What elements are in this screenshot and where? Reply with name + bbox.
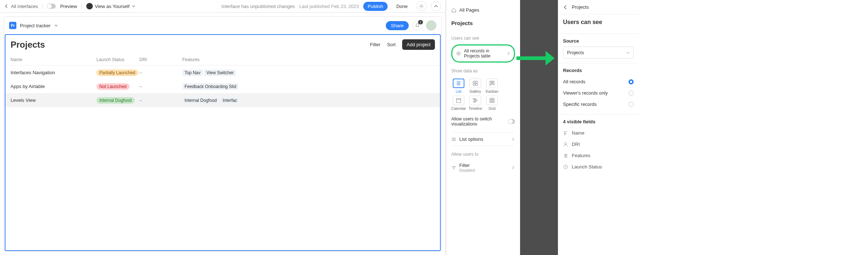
settings-button[interactable] bbox=[416, 1, 427, 11]
preview-toggle[interactable] bbox=[47, 4, 56, 9]
field-row[interactable]: Launch Status bbox=[563, 161, 634, 172]
source-label: Source bbox=[563, 38, 634, 47]
cell-features: Internal DogfoodInterfac bbox=[182, 97, 435, 103]
add-project-button[interactable]: Add project bbox=[402, 39, 435, 50]
svg-rect-2 bbox=[473, 81, 475, 83]
feature-tag: Feedback Onboarding Slid bbox=[182, 83, 238, 90]
records-source-row[interactable]: All records in Projects table bbox=[451, 44, 515, 63]
detail-title-section: Users can see bbox=[558, 15, 639, 34]
table-row[interactable]: Interfaces Navigation Partially Launched… bbox=[5, 65, 440, 79]
record-option[interactable]: Viewer's records only bbox=[563, 87, 634, 99]
content-actions: Filter Sort Add project bbox=[370, 39, 435, 50]
viz-timeline[interactable]: Timeline bbox=[468, 96, 483, 111]
svg-rect-9 bbox=[456, 99, 461, 103]
feature-tag: Interfac bbox=[221, 97, 239, 104]
viz-list[interactable]: List bbox=[451, 79, 466, 93]
viz-gallery[interactable]: Gallery bbox=[468, 79, 483, 93]
calendar-icon bbox=[453, 96, 464, 105]
filter-label: Filter bbox=[459, 163, 475, 168]
chevron-down-icon bbox=[626, 51, 630, 55]
share-button[interactable]: Share bbox=[386, 21, 409, 30]
app-name[interactable]: Project tracker bbox=[20, 23, 51, 28]
col-name[interactable]: Name bbox=[11, 57, 96, 62]
table-row[interactable]: Levels View Internal Dogfood – Internal … bbox=[5, 93, 440, 107]
list-icon bbox=[563, 153, 568, 158]
chevron-right-icon bbox=[507, 52, 510, 55]
feature-tag: Internal Dogfood bbox=[182, 97, 219, 104]
visualization-grid: ListGalleryKanbanCalendarTimelineGrid bbox=[451, 77, 515, 111]
top-bar-right: Interface has unpublished changes Last p… bbox=[222, 1, 441, 11]
notifications-button[interactable]: 2 bbox=[412, 20, 423, 31]
content-header: Projects Filter Sort Add project bbox=[5, 35, 440, 54]
done-button[interactable]: Done bbox=[392, 2, 412, 11]
chevron-right-icon bbox=[511, 138, 515, 141]
allow-switch-toggle[interactable] bbox=[508, 119, 515, 124]
filter-icon bbox=[451, 165, 456, 170]
all-pages-label: All Pages bbox=[459, 7, 479, 13]
config-panel: All Pages Projects Users can see All rec… bbox=[446, 0, 520, 255]
detail-header[interactable]: Projects bbox=[558, 0, 639, 15]
source-select[interactable]: Projects bbox=[563, 47, 634, 59]
cell-status: Partially Launched bbox=[96, 70, 139, 75]
svg-rect-3 bbox=[476, 81, 477, 83]
record-option-label: Viewer's records only bbox=[563, 90, 608, 96]
field-row[interactable]: Features bbox=[563, 150, 634, 161]
app-icon: Pr bbox=[9, 22, 16, 29]
all-pages-link[interactable]: All Pages bbox=[451, 5, 515, 15]
record-option[interactable]: All records bbox=[563, 76, 634, 87]
avatar-icon bbox=[86, 3, 93, 9]
text-icon: A bbox=[563, 131, 568, 136]
list-icon bbox=[451, 137, 456, 142]
view-as-dropdown[interactable]: View as Yourself bbox=[86, 3, 135, 9]
table-row[interactable]: Apps by Airtable Not Launched – Feedback… bbox=[5, 79, 440, 93]
field-row[interactable]: DRI bbox=[563, 139, 634, 150]
status-pill: Not Launched bbox=[96, 83, 130, 90]
allow-switch-row: Allow users to switch visualizations bbox=[451, 114, 515, 129]
viz-label: Kanban bbox=[486, 89, 498, 93]
viz-label: Gallery bbox=[469, 89, 481, 93]
cell-name: Apps by Airtable bbox=[11, 84, 96, 89]
all-interfaces-link[interactable]: All interfaces bbox=[4, 4, 38, 9]
page-title: Projects bbox=[11, 40, 45, 50]
cell-name: Interfaces Navigation bbox=[11, 70, 96, 75]
user-avatar[interactable] bbox=[426, 20, 436, 31]
cell-dri: – bbox=[139, 97, 182, 103]
canvas-area: Pr Project tracker Share 2 Projects Filt bbox=[0, 13, 445, 255]
record-option-label: Specific records bbox=[563, 101, 596, 107]
back-arrow-icon bbox=[4, 4, 9, 8]
selected-content-block[interactable]: Projects Filter Sort Add project Name La… bbox=[5, 34, 441, 251]
viz-kanban[interactable]: Kanban bbox=[485, 79, 499, 93]
allow-users-to-label: Allow users to bbox=[451, 150, 515, 157]
chevron-down-icon[interactable] bbox=[54, 24, 58, 27]
divider bbox=[42, 3, 43, 9]
viz-calendar[interactable]: Calendar bbox=[451, 96, 466, 111]
filter-button[interactable]: Filter bbox=[370, 42, 381, 47]
publish-button[interactable]: Publish bbox=[363, 2, 388, 11]
viz-grid[interactable]: Grid bbox=[485, 96, 499, 111]
svg-rect-10 bbox=[473, 99, 476, 99]
col-status[interactable]: Launch Status bbox=[96, 57, 139, 62]
cell-features: Feedback Onboarding Slid bbox=[182, 84, 435, 89]
col-features[interactable]: Features bbox=[182, 57, 435, 62]
cell-features: Top NavView Switcher bbox=[182, 70, 435, 75]
svg-rect-5 bbox=[476, 84, 477, 85]
svg-rect-4 bbox=[473, 84, 475, 85]
divider bbox=[82, 3, 82, 9]
svg-rect-12 bbox=[473, 101, 476, 102]
show-data-as-label: Show data as bbox=[451, 66, 515, 73]
filter-status: Disabled bbox=[459, 168, 475, 172]
radio-icon bbox=[629, 79, 634, 84]
viz-label: Calendar bbox=[451, 107, 466, 111]
col-dri[interactable]: DRI bbox=[139, 57, 182, 62]
list-options-row[interactable]: List options bbox=[451, 132, 515, 146]
filter-option-row[interactable]: Filter Disabled bbox=[451, 160, 515, 175]
svg-rect-11 bbox=[474, 100, 477, 101]
sort-button[interactable]: Sort bbox=[387, 42, 396, 47]
record-option[interactable]: Specific records bbox=[563, 99, 634, 110]
chevron-up-icon bbox=[434, 4, 438, 8]
status-pill: Partially Launched bbox=[96, 69, 138, 76]
collapse-button[interactable] bbox=[431, 1, 441, 11]
field-row[interactable]: AName bbox=[563, 127, 634, 139]
user-icon bbox=[563, 142, 568, 147]
eye-icon bbox=[456, 51, 461, 56]
